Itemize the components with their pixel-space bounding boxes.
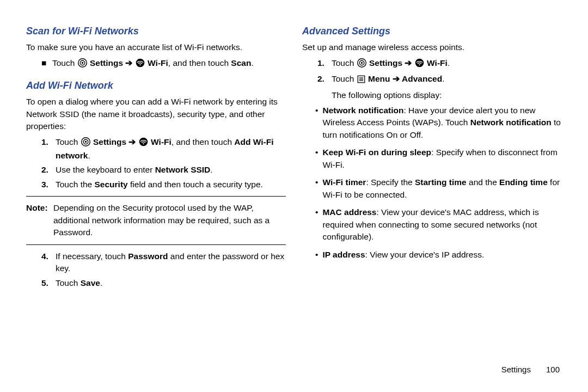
- scan-intro: To make sure you have an accurate list o…: [26, 41, 286, 53]
- adv-intro: Set up and manage wireless access points…: [302, 41, 562, 53]
- text: Scan: [231, 58, 251, 68]
- text: Settings: [90, 58, 123, 68]
- step-number: 2.: [41, 164, 51, 176]
- text: Save: [81, 278, 100, 287]
- wifi-icon: [136, 58, 145, 71]
- svg-point-4: [139, 64, 140, 65]
- heading-scan: Scan for Wi-Fi Networks: [26, 24, 286, 38]
- step-number: 5.: [41, 277, 51, 289]
- text: Password: [128, 252, 168, 261]
- arrow-icon: ➔: [393, 74, 400, 83]
- adv-step-2: 2. Touch Menu ➔ Advanced. The following …: [317, 73, 562, 101]
- text: Touch: [52, 58, 77, 68]
- step-number: 1.: [41, 136, 51, 162]
- text: Starting time: [415, 177, 467, 187]
- text: .: [100, 278, 102, 287]
- text: Wi-Fi: [151, 137, 171, 146]
- heading-advanced: Advanced Settings: [302, 24, 562, 38]
- opt-wifi-timer: • Wi-Fi timer: Specify the Starting time…: [315, 176, 562, 201]
- arrow-icon: ➔: [125, 58, 132, 68]
- text: Security: [95, 180, 128, 189]
- text: IP address: [322, 250, 365, 259]
- text: Advanced: [402, 74, 442, 83]
- text: field and then touch a security type.: [128, 180, 263, 189]
- bullet-icon: •: [315, 146, 318, 171]
- wifi-icon: [139, 137, 148, 150]
- text: , and then touch: [168, 58, 231, 68]
- bullet-icon: •: [315, 105, 318, 141]
- right-column: Advanced Settings Set up and manage wire…: [302, 22, 562, 370]
- gear-icon: [357, 58, 366, 71]
- text: .: [88, 151, 90, 160]
- opt-ip-address: • IP address: View your device's IP addr…: [315, 249, 562, 261]
- text: : Specify the: [366, 177, 415, 187]
- add-intro: To open a dialog where you can add a Wi-…: [26, 96, 286, 132]
- text: Keep Wi-Fi on during sleep: [322, 148, 431, 157]
- scan-step: ■ Touch Settings ➔ Wi-Fi, and then touch…: [41, 57, 286, 71]
- bullet-icon: •: [315, 176, 318, 201]
- svg-point-14: [419, 64, 420, 65]
- left-column: Scan for Wi-Fi Networks To make sure you…: [26, 22, 286, 370]
- text: .: [210, 165, 212, 174]
- arrow-icon: ➔: [128, 137, 136, 146]
- bullet-icon: •: [315, 206, 318, 243]
- add-step-5: 5. Touch Save.: [41, 277, 286, 289]
- text: Touch: [56, 278, 81, 287]
- note-label: Note:: [26, 202, 50, 238]
- divider: [26, 196, 286, 197]
- bullet-icon: •: [315, 249, 318, 261]
- step-number: 2.: [317, 73, 327, 101]
- text: Wi-Fi: [148, 58, 168, 68]
- text: .: [448, 58, 450, 68]
- text: .: [442, 74, 444, 83]
- text: : View your device's IP address.: [365, 250, 485, 259]
- note-text: Depending on the Security protocol used …: [53, 202, 286, 238]
- text: Touch: [332, 58, 357, 68]
- svg-point-12: [361, 62, 363, 63]
- text: The following options display:: [332, 89, 444, 101]
- text: Wi-Fi: [427, 58, 448, 68]
- add-step-1: 1. Touch Settings ➔ Wi-Fi, and then touc…: [41, 136, 286, 162]
- text: MAC address: [322, 207, 376, 217]
- text: Menu: [368, 74, 390, 83]
- text: If necessary, touch: [56, 252, 128, 261]
- adv-step-1: 1. Touch Settings ➔ Wi-Fi.: [317, 57, 562, 71]
- text: Touch: [332, 74, 357, 83]
- text: , and then touch: [171, 137, 234, 146]
- text: Network notification: [470, 118, 552, 127]
- opt-keep-wifi: • Keep Wi-Fi on during sleep: Specify wh…: [315, 146, 562, 171]
- note-block: Note: Depending on the Security protocol…: [26, 202, 286, 238]
- text: Ending time: [499, 177, 548, 187]
- page-footer: Settings100: [501, 365, 560, 374]
- menu-icon: [357, 75, 365, 87]
- text: Wi-Fi timer: [322, 177, 366, 187]
- text: Touch: [56, 137, 81, 146]
- step-number: 3.: [41, 179, 51, 191]
- text: Touch the: [56, 180, 95, 189]
- gear-icon: [78, 58, 87, 71]
- text: Use the keyboard to enter: [56, 165, 155, 174]
- wifi-icon: [415, 58, 424, 71]
- footer-page-number: 100: [546, 365, 560, 374]
- gear-icon: [81, 137, 90, 150]
- step-number: 1.: [317, 57, 327, 71]
- divider: [26, 244, 286, 245]
- svg-point-9: [143, 143, 144, 144]
- arrow-icon: ➔: [405, 58, 412, 68]
- opt-network-notification: • Network notification: Have your device…: [315, 105, 562, 141]
- svg-point-7: [85, 140, 87, 142]
- add-step-4: 4. If necessary, touch Password and ente…: [41, 250, 286, 275]
- text: .: [251, 58, 253, 68]
- heading-add: Add Wi-Fi Network: [26, 78, 286, 93]
- opt-mac-address: • MAC address: View your device's MAC ad…: [315, 206, 562, 243]
- text: Settings: [93, 137, 126, 146]
- add-step-2: 2. Use the keyboard to enter Network SSI…: [41, 164, 286, 176]
- text: Network notification: [322, 106, 403, 115]
- text: Network SSID: [155, 165, 211, 174]
- text: and the: [467, 177, 499, 187]
- add-step-3: 3. Touch the Security field and then tou…: [41, 179, 286, 191]
- svg-point-2: [82, 62, 83, 63]
- square-bullet: ■: [41, 57, 48, 71]
- step-number: 4.: [41, 250, 51, 275]
- footer-section: Settings: [501, 365, 531, 374]
